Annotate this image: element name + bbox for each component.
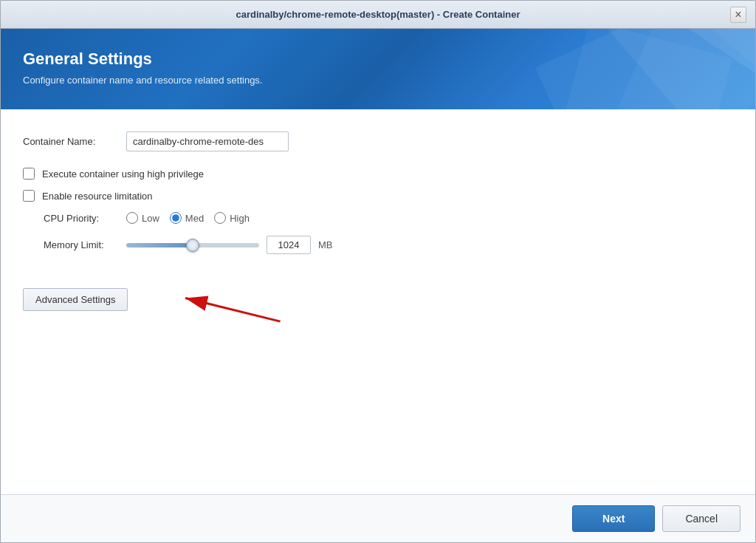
cpu-high-radio[interactable] [214,212,226,224]
close-button[interactable]: × [730,7,746,23]
high-privilege-row: Execute container using high privilege [23,168,733,180]
advanced-settings-container: Advanced Settings [23,281,128,311]
resource-limitation-label: Enable resource limitation [42,191,153,202]
footer: Next Cancel [1,494,755,542]
resource-limitation-checkbox[interactable] [23,190,35,202]
cpu-med-radio[interactable] [170,212,182,224]
cpu-priority-label: CPU Priority: [44,213,126,224]
memory-slider[interactable] [126,243,259,247]
svg-marker-1 [608,29,755,109]
advanced-settings-button[interactable]: Advanced Settings [23,288,128,311]
memory-limit-row: Memory Limit: MB [44,236,733,254]
container-name-row: Container Name: [23,132,733,151]
cpu-high-option: High [214,212,250,224]
next-button[interactable]: Next [572,505,655,532]
cpu-priority-row: CPU Priority: Low Med High [44,212,733,224]
svg-marker-3 [571,29,755,66]
cpu-radio-group: Low Med High [126,212,257,224]
high-privilege-checkbox[interactable] [23,168,35,180]
cpu-low-label: Low [142,213,159,224]
create-container-dialog: cardinalby/chrome-remote-desktop(master)… [0,0,756,543]
cpu-med-label: Med [185,213,204,224]
container-name-input[interactable] [126,132,289,151]
header-banner: General Settings Configure container nam… [1,29,755,109]
svg-line-5 [185,298,281,321]
resource-limitation-row: Enable resource limitation [23,190,733,202]
header-subtitle: Configure container name and resource re… [23,75,733,86]
svg-marker-2 [689,29,755,73]
cpu-med-option: Med [170,212,204,224]
annotation-arrow [171,287,289,331]
titlebar: cardinalby/chrome-remote-desktop(master)… [1,1,755,29]
container-name-label: Container Name: [23,136,126,147]
cpu-low-option: Low [126,212,159,224]
cpu-high-label: High [230,213,250,224]
titlebar-title: cardinalby/chrome-remote-desktop(master)… [26,9,730,20]
memory-value-input[interactable] [267,236,311,254]
memory-limit-label: Memory Limit: [44,239,126,250]
content-area: Container Name: Execute container using … [1,109,755,494]
cpu-low-radio[interactable] [126,212,138,224]
memory-slider-wrap: MB [126,236,333,254]
high-privilege-label: Execute container using high privilege [42,168,204,180]
cancel-button[interactable]: Cancel [662,505,740,532]
memory-unit-label: MB [318,239,333,250]
header-title: General Settings [23,49,733,69]
svg-marker-0 [608,29,755,109]
